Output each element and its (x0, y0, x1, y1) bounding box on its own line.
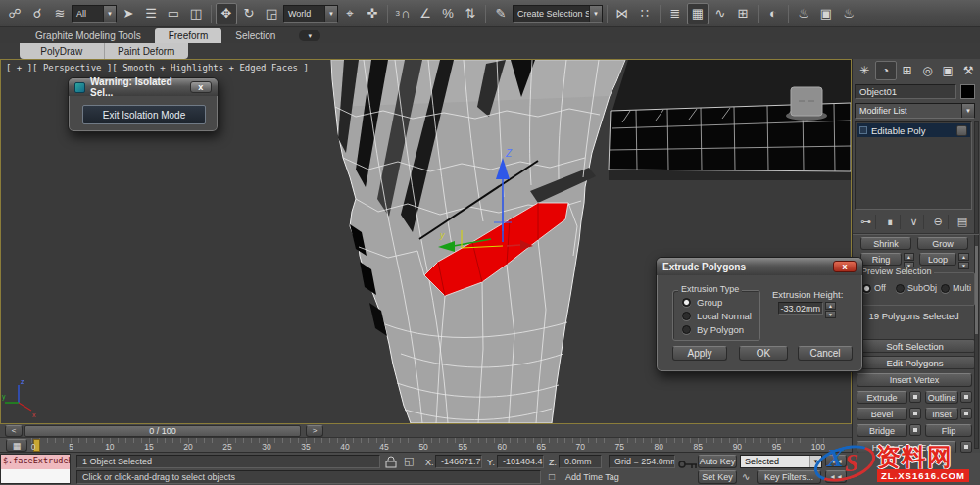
outline-button[interactable]: Outline (925, 391, 958, 404)
time-slider-handle[interactable]: 0 / 100 (24, 425, 301, 437)
remove-modifier-icon[interactable]: ⊖ (929, 215, 949, 229)
ribbon-expand-icon[interactable]: ▾ (299, 30, 320, 41)
mirror-icon[interactable]: ⋈ (612, 3, 633, 24)
perspective-viewport[interactable]: Z y z y x [ + ][ Perspective ][ Smooth (0, 59, 852, 424)
radio-icon[interactable] (682, 325, 691, 334)
window-crossing-icon[interactable]: ◫ (185, 3, 207, 24)
loop-button[interactable]: Loop (919, 253, 956, 266)
set-key-button[interactable]: Set Key (698, 470, 737, 484)
show-end-result-icon[interactable]: ∎ (881, 215, 901, 229)
extrude-button[interactable]: Extrude (857, 391, 907, 404)
ring-button[interactable]: Ring (860, 253, 902, 266)
outline-settings-icon[interactable] (960, 391, 972, 403)
soft-selection-rollout[interactable]: Soft Selection (855, 339, 975, 353)
object-color-swatch[interactable] (960, 84, 975, 99)
close-icon[interactable]: x (190, 81, 212, 93)
percent-snap-icon[interactable]: % (437, 3, 459, 24)
selection-lock-icon[interactable] (384, 456, 398, 468)
radio-icon[interactable] (682, 312, 691, 320)
add-time-tag[interactable]: Add Time Tag (561, 470, 639, 484)
motion-tab-icon[interactable]: ◎ (917, 61, 937, 80)
viewport-label[interactable]: [ + ][ Perspective ][ Smooth + Highlight… (6, 63, 309, 73)
preview-off-radio[interactable]: Off (862, 283, 886, 293)
absolute-offset-toggle-icon[interactable]: ◱ (404, 455, 414, 467)
radio-by-polygon[interactable]: By Polygon (682, 324, 744, 335)
panel-polydraw[interactable]: PolyDraw (20, 43, 105, 59)
configure-modifier-sets-icon[interactable]: ▤ (953, 215, 972, 229)
material-editor-icon[interactable]: ◐ (762, 3, 784, 24)
create-tab-icon[interactable]: ✳ (855, 61, 874, 80)
ok-button[interactable]: OK (739, 346, 788, 361)
insert-vertex-button[interactable]: Insert Vertex (857, 373, 972, 387)
unlink-selection-icon[interactable]: ☌ (26, 3, 48, 24)
spinner-snap-icon[interactable]: ⇅ (460, 3, 481, 24)
bevel-button[interactable]: Bevel (857, 408, 907, 420)
radio-icon[interactable] (682, 298, 691, 307)
stack-item-editable-poly[interactable]: Editable Poly (857, 123, 970, 137)
rendered-frame-window-icon[interactable]: ▣ (815, 3, 837, 24)
key-filters-button[interactable]: Key Filters... (757, 470, 821, 484)
exit-isolation-mode-button[interactable]: Exit Isolation Mode (82, 105, 206, 124)
preview-multi-radio[interactable]: Multi (941, 283, 971, 293)
select-and-manipulate-icon[interactable]: ✜ (362, 3, 383, 24)
object-name-field[interactable]: Object01 (855, 84, 956, 99)
small-block-object[interactable] (786, 87, 827, 121)
modifier-stack[interactable]: Editable Poly (855, 121, 972, 210)
stack-thumb-icon[interactable] (956, 125, 967, 136)
select-object-icon[interactable]: ➤ (118, 3, 139, 24)
maxscript-input[interactable] (1, 469, 70, 483)
extrude-settings-icon[interactable] (909, 391, 921, 403)
pin-stack-icon[interactable]: ⊶ (857, 215, 876, 229)
bridge-button[interactable]: Bridge (857, 424, 907, 437)
modify-tab-icon[interactable]: ◔ (875, 61, 897, 80)
auto-key-button[interactable]: Auto Key (698, 455, 737, 468)
use-pivot-center-icon[interactable]: ⌖ (339, 3, 361, 24)
snap-toggle-3d-icon[interactable]: 3∩ (392, 3, 414, 24)
ring-spinner[interactable]: ▲▼ (904, 253, 914, 266)
radio-icon[interactable] (941, 284, 950, 293)
selection-filter-dropdown[interactable]: All ▼ (72, 5, 117, 23)
gizmo-x-axis[interactable] (507, 245, 520, 246)
angle-snap-icon[interactable]: ∠ (415, 3, 436, 24)
next-frame-button[interactable]: > (306, 425, 323, 437)
layer-manager-icon[interactable]: ≣ (664, 3, 686, 24)
radio-group[interactable]: Group (682, 297, 722, 308)
render-production-icon[interactable]: ♨ (838, 3, 859, 24)
select-and-scale-icon[interactable]: ◲ (261, 3, 282, 24)
modifier-list-dropdown[interactable]: Modifier List ▼ (855, 103, 975, 119)
bridge-settings-icon[interactable] (909, 424, 921, 436)
close-icon[interactable]: x (833, 261, 857, 272)
schematic-view-icon[interactable]: ⊞ (732, 3, 754, 24)
tab-selection[interactable]: Selection (221, 28, 289, 43)
rectangular-selection-region-icon[interactable]: ▭ (163, 3, 184, 24)
inset-button[interactable]: Inset (925, 408, 958, 420)
warning-dialog-titlebar[interactable]: Warning: Isolated Sel... x (69, 78, 218, 96)
tab-graphite-modeling-tools[interactable]: Graphite Modeling Tools (22, 28, 155, 43)
graphite-ribbon-toggle-icon[interactable]: ▦ (687, 3, 709, 24)
chevron-down-icon[interactable]: ▼ (589, 6, 602, 22)
apply-button[interactable]: Apply (672, 346, 727, 361)
hierarchy-tab-icon[interactable]: ⊞ (898, 61, 917, 80)
maxscript-line[interactable]: $.faceExtrudeH (1, 455, 70, 469)
x-coord-field[interactable]: -146671.7 (435, 455, 482, 468)
radio-icon[interactable] (896, 284, 905, 293)
chevron-down-icon[interactable]: ▼ (961, 104, 974, 118)
chevron-down-icon[interactable]: ▼ (103, 6, 116, 22)
shrink-button[interactable]: Shrink (860, 237, 911, 250)
y-coord-field[interactable]: -101404.4 (497, 455, 544, 468)
render-setup-icon[interactable]: ♨ (793, 3, 814, 24)
bind-to-space-warp-icon[interactable]: ≋ (49, 3, 71, 24)
maxscript-mini-listener[interactable]: $.faceExtrudeH (0, 454, 71, 484)
selection-set-key-dropdown[interactable]: Selected ▼ (740, 455, 822, 468)
z-coord-field[interactable]: 0.0mm (559, 455, 602, 468)
preview-subobj-radio[interactable]: SubObj (896, 283, 937, 293)
radio-local-normal[interactable]: Local Normal (682, 311, 752, 321)
grow-button[interactable]: Grow (917, 237, 968, 250)
inset-settings-icon[interactable] (960, 408, 972, 419)
open-mini-curve-editor-icon[interactable]: ▦ (6, 439, 27, 452)
select-by-name-icon[interactable]: ☰ (140, 3, 162, 24)
flip-button[interactable]: Flip (925, 424, 972, 437)
align-icon[interactable]: ∷ (634, 3, 656, 24)
extrude-dialog-titlebar[interactable]: Extrude Polygons x (657, 258, 862, 275)
edit-polygons-rollout[interactable]: Edit Polygons (855, 356, 975, 369)
